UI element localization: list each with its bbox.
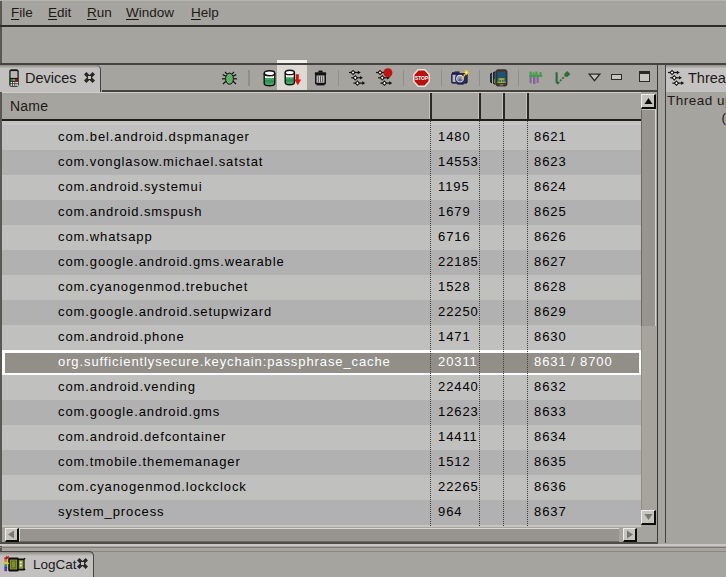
svg-text:STOP: STOP [415,75,429,80]
